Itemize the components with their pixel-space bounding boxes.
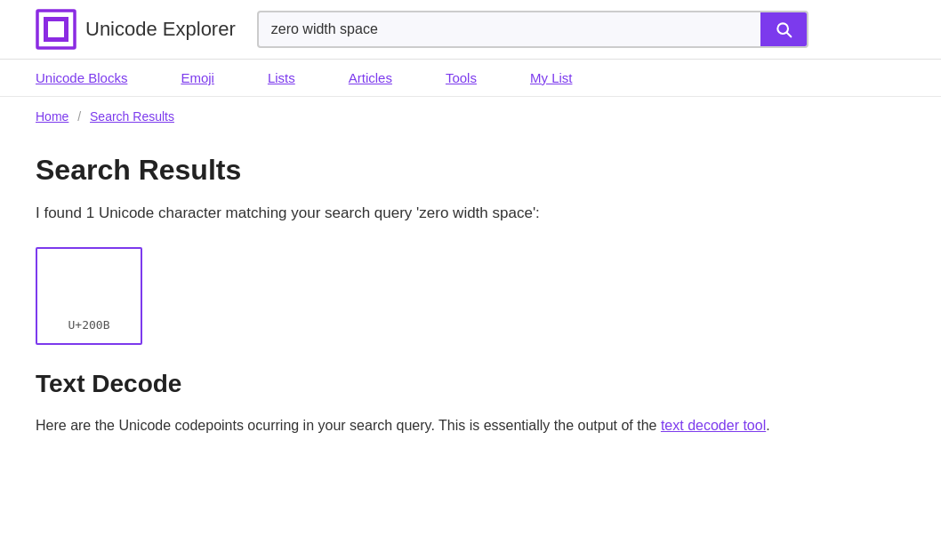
- search-button[interactable]: [760, 12, 807, 46]
- char-card[interactable]: ​ U+200B: [36, 247, 142, 345]
- svg-line-6: [787, 33, 792, 37]
- char-code: U+200B: [44, 318, 133, 332]
- nav-item-emoji[interactable]: Emoji: [181, 60, 268, 96]
- result-summary: I found 1 Unicode character matching you…: [36, 204, 905, 222]
- header: Unicode Explorer: [0, 0, 941, 60]
- nav-item-unicode-blocks[interactable]: Unicode Blocks: [36, 60, 181, 96]
- page-title: Search Results: [36, 154, 905, 187]
- main-content: Search Results I found 1 Unicode charact…: [0, 136, 941, 473]
- text-decode-after: .: [766, 418, 769, 433]
- search-icon: [775, 20, 792, 38]
- search-input[interactable]: [259, 12, 760, 46]
- nav-item-articles[interactable]: Articles: [349, 60, 446, 96]
- breadcrumb-separator: /: [77, 109, 81, 124]
- logo-text: Unicode Explorer: [85, 18, 236, 41]
- breadcrumb: Home / Search Results: [0, 97, 941, 136]
- breadcrumb-home[interactable]: Home: [36, 109, 68, 124]
- char-display: ​: [44, 258, 133, 315]
- svg-rect-0: [37, 11, 75, 48]
- nav-item-tools[interactable]: Tools: [446, 60, 530, 96]
- nav-item-lists[interactable]: Lists: [268, 60, 349, 96]
- svg-rect-4: [44, 37, 68, 42]
- text-decode-before: Here are the Unicode codepoints ocurring…: [36, 418, 661, 433]
- text-decode-title: Text Decode: [36, 370, 905, 398]
- logo-link[interactable]: Unicode Explorer: [36, 9, 236, 50]
- main-nav: Unicode Blocks Emoji Lists Articles Tool…: [0, 60, 941, 97]
- text-decoder-link[interactable]: text decoder tool: [661, 418, 766, 433]
- text-decode-description: Here are the Unicode codepoints ocurring…: [36, 414, 905, 437]
- breadcrumb-current: Search Results: [90, 109, 174, 124]
- search-form[interactable]: [257, 11, 808, 48]
- logo-icon: [36, 9, 76, 50]
- nav-item-my-list[interactable]: My List: [530, 60, 573, 96]
